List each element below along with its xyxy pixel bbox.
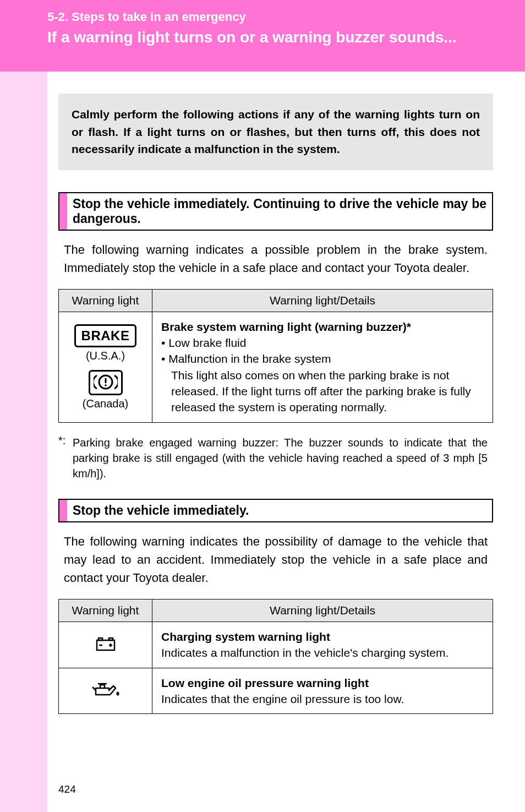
- table-row: Low engine oil pressure warning light In…: [59, 668, 493, 714]
- page-title: If a warning light turns on or a warning…: [47, 29, 508, 46]
- table-row: Charging system warning light Indicates …: [59, 622, 493, 668]
- warning-title: Brake system warning light (warning buzz…: [161, 319, 484, 335]
- section-heading-2: Stop the vehicle immediately.: [58, 499, 493, 522]
- warning-title: Charging system warning light: [161, 629, 484, 645]
- table-header-row: Warning light Warning light/Details: [59, 599, 493, 622]
- footnote: *: Parking brake engaged warning buzzer:…: [58, 433, 488, 481]
- page-header: 5-2. Steps to take in an emergency If a …: [0, 0, 525, 72]
- oil-details-cell: Low engine oil pressure warning light In…: [152, 668, 493, 714]
- heading-text: Stop the vehicle immediately.: [67, 500, 492, 521]
- left-sidebar: [0, 0, 47, 812]
- heading-text: Stop the vehicle immediately. Continuing…: [67, 193, 492, 230]
- section-label: 5-2. Steps to take in an emergency: [47, 10, 508, 24]
- svg-point-2: [105, 384, 107, 386]
- battery-icon: [92, 645, 119, 654]
- section2-body: The following warning indicates the poss…: [64, 532, 488, 587]
- warning-desc: Indicates a malfunction in the vehicle's…: [161, 645, 484, 661]
- warning-subtext: This light also comes on when the parkin…: [161, 367, 484, 416]
- col-details: Warning light/Details: [152, 289, 493, 312]
- bullet-low-brake-fluid: • Low brake fluid: [161, 335, 484, 351]
- section1-body: The following warning indicates a possib…: [64, 241, 488, 277]
- heading-accent-bar: [59, 193, 67, 230]
- page-number: 424: [47, 783, 76, 795]
- col-details: Warning light/Details: [152, 599, 493, 622]
- battery-icon-cell: [59, 622, 152, 668]
- bullet-malfunction: • Malfunction in the brake system: [161, 351, 484, 367]
- oil-icon-cell: [59, 668, 152, 714]
- section-heading-1: Stop the vehicle immediately. Continuing…: [58, 192, 493, 231]
- svg-rect-5: [109, 638, 113, 640]
- brake-icon-cell: BRAKE (U.S.A.) (Canada): [59, 312, 152, 422]
- intro-box: Calmly perform the following actions if …: [58, 94, 493, 170]
- brake-text-icon: BRAKE: [74, 324, 137, 347]
- warning-desc: Indicates that the engine oil pressure i…: [161, 691, 484, 707]
- svg-rect-4: [99, 638, 102, 640]
- footnote-text: Parking brake engaged warning buzzer: Th…: [58, 435, 488, 481]
- warning-table-1: Warning light Warning light/Details BRAK…: [58, 289, 493, 423]
- col-warning-light: Warning light: [59, 289, 152, 312]
- main-content: Calmly perform the following actions if …: [47, 72, 510, 724]
- brake-circle-icon: [89, 370, 123, 395]
- intro-text: Calmly perform the following actions if …: [72, 106, 480, 158]
- table-row: BRAKE (U.S.A.) (Canada): [59, 312, 493, 422]
- charging-details-cell: Charging system warning light Indicates …: [152, 622, 493, 668]
- table-header-row: Warning light Warning light/Details: [59, 289, 493, 312]
- warning-table-2: Warning light Warning light/Details C: [58, 599, 493, 715]
- footnote-marker: *:: [58, 433, 73, 448]
- region-canada-label: (Canada): [63, 397, 147, 410]
- oil-can-icon: [89, 691, 122, 701]
- region-usa-label: (U.S.A.): [63, 350, 147, 362]
- brake-details-cell: Brake system warning light (warning buzz…: [152, 312, 493, 422]
- heading-accent-bar: [59, 500, 67, 521]
- col-warning-light: Warning light: [59, 599, 152, 622]
- warning-title: Low engine oil pressure warning light: [161, 675, 484, 691]
- svg-point-9: [116, 692, 119, 696]
